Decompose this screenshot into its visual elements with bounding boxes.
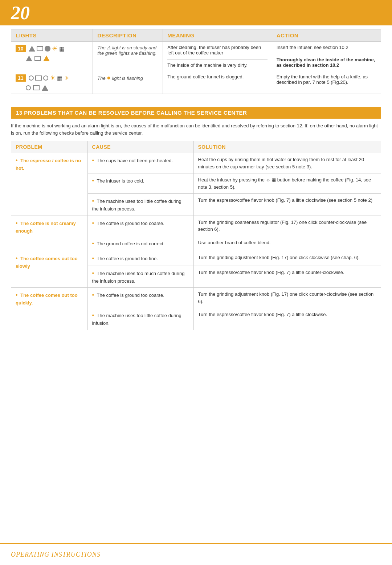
lights-table: LIGHTS DESCRIPTION MEANING ACTION 10 ☀ ▦ [11,29,381,94]
lights-row-10-meaning: After cleaning, the infuser has probably… [163,42,272,71]
meaning-10-2: The inside of the machine is very dirty. [167,59,267,68]
action-10-2: Thoroughly clean the inside of the machi… [277,54,376,68]
cause-header: CAUSE [87,141,193,153]
section-13: 13 PROBLEMS THAT CAN BE RESOLVED BEFORE … [0,101,392,330]
square-icon-11b [33,85,40,90]
circle-11b [43,75,48,81]
meaning-10-1: After cleaning, the infuser has probably… [167,45,267,56]
circle-filled-10 [45,46,50,52]
page-number: 20 [11,2,30,24]
footer-text: OPERATING INSTRUCTIONS [11,551,101,558]
solution-header: SOLUTION [193,141,381,153]
problem-4-label: • The coffee comes out too quickly. [11,288,88,330]
bullet-2: • [16,220,18,226]
solution-4-2: Turn the espresso/coffee flavor knob (Fi… [193,308,381,330]
solution-1-3: Turn the espresso/coffee flavor knob (Fi… [193,194,381,216]
problem-2-label: • The coffee is not creamy enough [11,216,88,251]
cause-2-2: • The ground coffee is not correct [87,236,193,251]
action-header: ACTION [272,29,381,42]
lights-section: LIGHTS DESCRIPTION MEANING ACTION 10 ☀ ▦ [0,29,392,101]
section-13-intro: If the machine is not working and an ala… [11,122,381,136]
circle-11c [26,85,31,90]
page-footer: OPERATING INSTRUCTIONS [0,543,392,565]
cause-2-1: • The coffee is ground too coarse. [87,216,193,236]
lights-row-11-icons: 11 ☀ ▦ ✳ [11,71,93,94]
circle-11a [29,75,34,81]
lights-row-11-desc: The ● light is flashing [93,71,163,94]
cause-4-2: • The machine uses too little coffee dur… [87,308,193,330]
sun-icon-10: ☀ [52,45,58,53]
solution-3-1: Turn the grinding adjustment knob (Fig. … [193,251,381,266]
lights-row-11: 11 ☀ ▦ ✳ [11,71,381,94]
triangle-icon-10b [26,56,32,61]
lights-row-10-desc: The △ light is on steady and the green l… [93,42,163,71]
spiky-icon-11: ✳ [65,75,69,81]
cause-1-2: • The infuser is too cold. [87,173,193,194]
cause-3-1: • The coffee is ground too fine. [87,251,193,266]
problem-3-cause-1: • The coffee comes out too slowly • The … [11,251,381,266]
cause-1-1: • The cups have not been pre-heated. [87,153,193,173]
solution-3-2: Turn the espresso/coffee flavor knob (Fi… [193,266,381,288]
square-icon-10b [34,56,41,61]
solution-1-2: Heat the infuser by pressing the ☼ ▦ but… [193,173,381,194]
lights-row-10: 10 ☀ ▦ [11,42,381,71]
bullet-4: • [16,292,18,298]
action-10-1: Insert the infuser, see section 10.2 [277,45,376,50]
description-header: DESCRIPTION [93,29,163,42]
lights-row-11-action: Empty the funnel with the help of a knif… [272,71,381,94]
row-number-10: 10 [16,45,26,52]
lights-row-11-meaning: The ground coffee funnel is clogged. [163,71,272,94]
problem-1-cause-1: • The espresso / coffee is no hot. • The… [11,153,381,173]
solution-2-1: Turn the grinding coarseness regulator (… [193,216,381,236]
triangle-icon-10a [29,46,35,52]
problem-4-cause-1: • The coffee comes out too quickly. • Th… [11,288,381,308]
lights-row-10-action: Insert the infuser, see section 10.2 Tho… [272,42,381,71]
problems-table: PROBLEM CAUSE SOLUTION • The espresso / … [11,141,381,330]
cause-3-2: • The machine uses too much coffee durin… [87,266,193,288]
problem-3-label: • The coffee comes out too slowly [11,251,88,288]
row-number-11: 11 [16,74,26,82]
solution-2-2: Use another brand of coffee blend. [193,236,381,251]
solution-4-1: Turn the grinding adjustment knob (Fig. … [193,288,381,308]
solution-1-1: Heat the cups by rinsing them in hot wat… [193,153,381,173]
triangle-icon-10c [43,56,50,61]
bullet-1: • [16,157,18,163]
triangle-icon-11 [42,85,48,91]
bullet-3: • [16,255,18,261]
grid-icon-10: ▦ [59,45,65,52]
cause-4-1: • The coffee is ground too coarse. [87,288,193,308]
page-header: 20 [0,0,392,25]
grid-icon-11: ▦ [57,75,62,82]
problem-1-label: • The espresso / coffee is no hot. [11,153,88,216]
square-icon-11 [35,75,42,81]
problem-2-cause-1: • The coffee is not creamy enough • The … [11,216,381,236]
problem-header: PROBLEM [11,141,88,153]
square-icon-10 [37,46,43,51]
lights-row-10-icons: 10 ☀ ▦ [11,42,93,71]
lights-header: LIGHTS [11,29,93,42]
section-13-title: 13 PROBLEMS THAT CAN BE RESOLVED BEFORE … [11,107,381,119]
sun-icon-11: ☀ [50,74,56,82]
cause-1-3: • The machine uses too little coffee dur… [87,194,193,216]
meaning-header: MEANING [163,29,272,42]
